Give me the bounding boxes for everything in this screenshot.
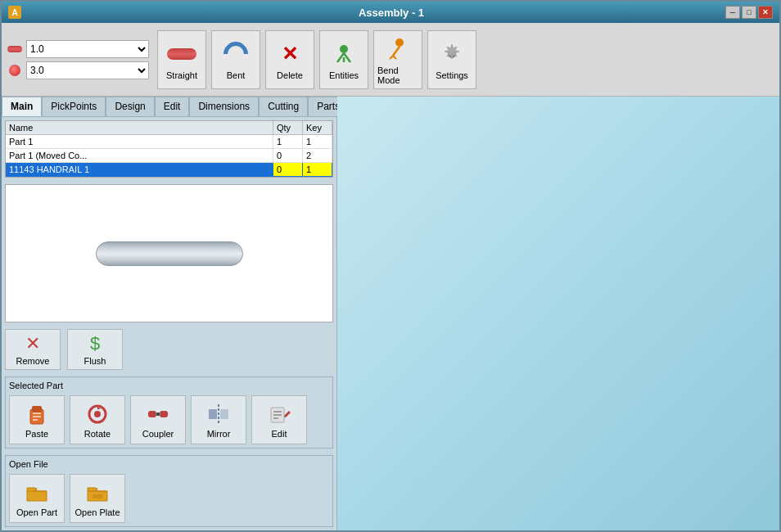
main-content: Main PickPoints Design Edit Dimensions C… <box>2 97 779 530</box>
title-bar: A Assembly - 1 ─ □ ✕ <box>2 2 779 23</box>
row-key: 2 <box>303 149 332 163</box>
selected-part-title: Selected Part <box>9 381 329 390</box>
settings-icon <box>437 39 467 69</box>
settings-label: Settings <box>436 70 468 80</box>
entities-label: Entities <box>329 70 359 80</box>
svg-point-4 <box>395 38 404 47</box>
edit-icon <box>266 401 292 427</box>
row-key-selected: 1 <box>303 163 332 177</box>
open-part-icon <box>24 480 50 506</box>
svg-rect-21 <box>220 409 228 419</box>
row-name: Part 1 <box>6 135 273 149</box>
row-qty: 1 <box>273 135 303 149</box>
edit-button[interactable]: Edit <box>251 395 307 444</box>
open-file-section: Open File Open Part <box>5 455 333 527</box>
selected-part-buttons: Paste Rotate <box>9 395 329 444</box>
toolbar-buttons: Straight Bent ✕ Delete <box>157 30 476 89</box>
bend-mode-button[interactable]: Bend Mode <box>373 30 422 89</box>
window-title: Assembly - 1 <box>57 7 725 19</box>
row-name: Part 1 (Moved Co... <box>6 149 273 163</box>
bend-mode-icon <box>383 34 413 64</box>
flush-label: Flush <box>84 356 106 366</box>
tab-cutting[interactable]: Cutting <box>259 97 308 116</box>
circle-icon-2 <box>7 62 23 79</box>
pipe-preview <box>96 241 243 266</box>
open-part-label: Open Part <box>16 507 57 517</box>
svg-rect-12 <box>33 419 38 421</box>
app-icon: A <box>8 6 21 19</box>
window-controls: ─ □ ✕ <box>725 6 773 19</box>
svg-rect-20 <box>209 409 217 419</box>
col-header-name: Name <box>6 121 273 135</box>
flush-button[interactable]: $ Flush <box>67 329 123 370</box>
rotate-label: Rotate <box>84 429 111 439</box>
tab-main[interactable]: Main <box>2 97 42 116</box>
table-row-selected[interactable]: 11143 HANDRAIL 1 0 1 <box>6 163 332 177</box>
row-qty: 0 <box>273 149 303 163</box>
tab-edit[interactable]: Edit <box>155 97 190 116</box>
coupler-button[interactable]: Coupler <box>130 395 186 444</box>
dropdown-1[interactable]: 1.0 2.0 3.0 <box>26 40 149 58</box>
entities-button[interactable]: Entities <box>319 30 368 89</box>
coupler-label: Coupler <box>142 429 174 439</box>
open-plate-icon <box>84 480 111 506</box>
svg-point-14 <box>94 411 101 417</box>
delete-icon: ✕ <box>275 39 305 69</box>
parts-table-container: Name Qty Key Part 1 1 1 Part 1 (Moved Co… <box>5 120 333 178</box>
row-name-selected: 11143 HANDRAIL 1 <box>6 163 273 177</box>
bend-mode-label: Bend Mode <box>377 65 418 85</box>
row-qty-selected: 0 <box>273 163 303 177</box>
table-row[interactable]: Part 1 (Moved Co... 0 2 <box>6 149 332 163</box>
svg-point-18 <box>156 413 160 416</box>
dropdown-row-1: 1.0 2.0 3.0 <box>7 40 149 58</box>
dropdown-2[interactable]: 1.0 2.0 3.0 <box>26 61 149 79</box>
tab-design[interactable]: Design <box>106 97 154 116</box>
flush-icon: $ <box>90 333 100 354</box>
maximize-button[interactable]: □ <box>742 6 756 19</box>
delete-label: Delete <box>277 70 303 80</box>
straight-label: Straight <box>166 70 197 80</box>
coupler-icon <box>145 401 171 427</box>
tab-pickpoints[interactable]: PickPoints <box>42 97 106 116</box>
paste-button[interactable]: Paste <box>9 395 65 444</box>
straight-button[interactable]: Straight <box>157 30 206 89</box>
tab-dimensions[interactable]: Dimensions <box>189 97 259 116</box>
svg-rect-9 <box>32 406 42 413</box>
mirror-button[interactable]: Mirror <box>191 395 246 444</box>
dropdown-row-2: 1.0 2.0 3.0 <box>7 61 149 79</box>
rotate-button[interactable]: Rotate <box>70 395 125 444</box>
open-part-button[interactable]: Open Part <box>9 474 65 523</box>
col-header-key: Key <box>303 121 332 135</box>
open-plate-button[interactable]: Open Plate <box>70 474 125 523</box>
pipe-icon-1 <box>7 41 23 57</box>
bent-icon <box>221 39 251 69</box>
mirror-label: Mirror <box>207 429 231 439</box>
open-file-title: Open File <box>9 459 329 469</box>
left-panel: Main PickPoints Design Edit Dimensions C… <box>2 97 337 530</box>
row-key: 1 <box>303 135 332 149</box>
col-header-qty: Qty <box>273 121 303 135</box>
paste-label: Paste <box>25 429 48 439</box>
delete-button[interactable]: ✕ Delete <box>265 30 314 89</box>
table-row[interactable]: Part 1 1 1 <box>6 135 332 149</box>
right-panel <box>337 97 779 530</box>
edit-label: Edit <box>272 429 287 439</box>
settings-button[interactable]: Settings <box>427 30 476 89</box>
remove-button[interactable]: ✕ Remove <box>5 329 61 370</box>
entities-icon <box>329 39 359 69</box>
open-file-buttons: Open Part Open Plate <box>9 474 329 523</box>
remove-label: Remove <box>16 356 50 366</box>
bent-label: Bent <box>227 70 246 80</box>
main-window: A Assembly - 1 ─ □ ✕ 1.0 2.0 3.0 <box>0 0 781 532</box>
preview-area <box>5 184 333 322</box>
svg-rect-16 <box>160 411 168 417</box>
svg-rect-28 <box>93 494 102 498</box>
remove-icon: ✕ <box>25 333 40 354</box>
svg-line-6 <box>393 56 396 59</box>
svg-point-0 <box>340 45 348 53</box>
close-button[interactable]: ✕ <box>758 6 773 19</box>
tabs: Main PickPoints Design Edit Dimensions C… <box>2 97 336 117</box>
bent-button[interactable]: Bent <box>211 30 260 89</box>
toolbar: 1.0 2.0 3.0 1.0 2.0 3.0 <box>2 23 779 97</box>
minimize-button[interactable]: ─ <box>725 6 740 19</box>
